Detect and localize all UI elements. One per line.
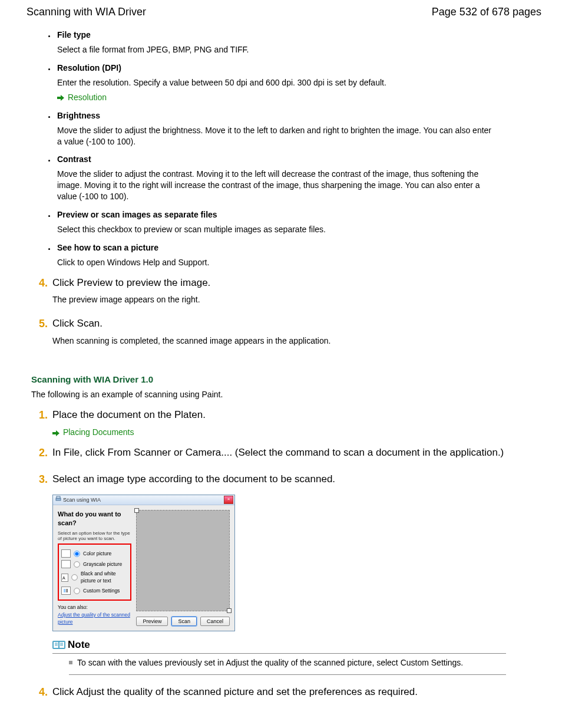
text-icon: A <box>61 574 68 582</box>
list-item: Preview or scan images as separate files… <box>56 209 541 235</box>
option-bw[interactable]: A Black and white picture or text <box>61 571 128 584</box>
option-label: Black and white picture or text <box>81 571 128 584</box>
scan-dialog: Scan using WIA × What do you want to sca… <box>52 495 235 631</box>
option-label: Grayscale picture <box>83 561 122 568</box>
book-icon <box>52 640 65 650</box>
list-item: Contrast Move the slider to adjust the c… <box>56 154 541 202</box>
item-title: Resolution (DPI) <box>57 62 541 74</box>
step-head: Click Adjust the quality of the scanned … <box>52 686 506 699</box>
option-color[interactable]: Color picture <box>61 549 128 558</box>
step-number: 3. <box>32 473 48 674</box>
dialog-prompt: What do you want to scan? <box>58 510 131 528</box>
you-can-also: You can also: <box>58 604 131 611</box>
picture-icon <box>61 549 71 558</box>
preview-area[interactable] <box>136 510 230 611</box>
list-item: See how to scan a picture Click to open … <box>56 242 541 268</box>
step-number: 1. <box>32 409 48 438</box>
resolution-link[interactable]: Resolution <box>68 93 107 102</box>
svg-text:A: A <box>62 576 65 580</box>
note-item: To scan with the values previously set i… <box>69 657 506 668</box>
item-title: File type <box>57 29 541 41</box>
radio-bw[interactable] <box>71 575 77 581</box>
radio-custom[interactable] <box>74 588 80 594</box>
step-head: Select an image type according to the do… <box>52 473 506 486</box>
item-body: Move the slider to adjust the contrast. … <box>57 169 493 202</box>
step-number: 4. <box>32 686 48 704</box>
step-head: In File, click From Scanner or Camera...… <box>52 446 506 460</box>
item-title: Preview or scan images as separate files <box>57 209 541 220</box>
step-sub: The preview image appears on the right. <box>52 294 506 305</box>
highlight-box: Color picture Grayscale picture A Black … <box>58 543 131 601</box>
arrow-right-icon <box>52 430 59 436</box>
step-b3: 3. Select an image type according to the… <box>32 473 541 674</box>
cancel-button[interactable]: Cancel <box>200 617 230 626</box>
svg-rect-6 <box>66 589 67 592</box>
radio-grayscale[interactable] <box>74 561 80 567</box>
item-body: Move the slider to adjust the brightness… <box>57 125 493 147</box>
option-label: Color picture <box>83 551 111 557</box>
svg-marker-1 <box>52 430 59 436</box>
list-item: File type Select a file format from JPEG… <box>56 29 541 55</box>
doc-title: Scanning with WIA Driver <box>27 5 146 19</box>
item-body: Select a file format from JPEG, BMP, PNG… <box>57 44 493 55</box>
section-title: Scanning with WIA Driver 1.0 <box>31 374 541 386</box>
note-list: To scan with the values previously set i… <box>69 657 506 675</box>
picture-icon <box>61 560 71 568</box>
step-head: Place the document on the Platen. <box>52 409 506 422</box>
dialog-subprompt: Select an option below for the type of p… <box>58 531 131 542</box>
item-body: Select this checkbox to preview or scan … <box>57 224 493 235</box>
option-list: File type Select a file format from JPEG… <box>56 29 541 268</box>
close-icon[interactable]: × <box>224 496 233 504</box>
step-number: 5. <box>32 317 48 350</box>
note-label: Note <box>68 638 90 652</box>
arrow-right-icon <box>57 95 64 101</box>
settings-icon <box>61 587 71 595</box>
step-number: 4. <box>32 276 48 309</box>
step-sub: When scanning is completed, the scanned … <box>52 335 506 347</box>
placing-documents-link[interactable]: Placing Documents <box>63 427 134 437</box>
step-5: 5. Click Scan. When scanning is complete… <box>32 317 541 350</box>
step-number: 2. <box>32 446 48 465</box>
list-item: Resolution (DPI) Enter the resolution. S… <box>56 62 541 103</box>
option-custom[interactable]: Custom Settings <box>61 587 128 595</box>
svg-rect-7 <box>67 589 68 592</box>
svg-rect-5 <box>64 589 65 592</box>
svg-rect-2 <box>56 498 61 500</box>
item-body: Enter the resolution. Specify a value be… <box>57 77 493 88</box>
radio-color[interactable] <box>74 551 80 556</box>
option-label: Custom Settings <box>83 588 120 594</box>
item-body: Click to open Windows Help and Support. <box>57 257 493 268</box>
note-header: Note <box>52 637 506 654</box>
page-header: Scanning with WIA Driver Page 532 of 678… <box>27 0 541 29</box>
option-grayscale[interactable]: Grayscale picture <box>61 560 128 568</box>
step-head: Click Scan. <box>52 317 506 331</box>
step-4: 4. Click Preview to preview the image. T… <box>32 276 541 309</box>
svg-rect-3 <box>57 496 60 498</box>
step-head: Click Preview to preview the image. <box>52 276 506 290</box>
scan-button[interactable]: Scan <box>171 617 197 626</box>
step-b2: 2. In File, click From Scanner or Camera… <box>32 446 541 465</box>
preview-button[interactable]: Preview <box>136 617 168 626</box>
item-title: Contrast <box>57 154 541 165</box>
section-intro: The following is an example of scanning … <box>31 389 541 400</box>
scanner-icon <box>55 496 61 503</box>
adjust-quality-link[interactable]: Adjust the quality of the scanned pictur… <box>58 612 130 625</box>
svg-marker-0 <box>57 95 64 101</box>
dialog-title: Scan using WIA <box>63 496 101 503</box>
step-b1: 1. Place the document on the Platen. Pla… <box>32 409 541 438</box>
step-b4: 4. Click Adjust the quality of the scann… <box>32 686 541 704</box>
item-title: Brightness <box>57 110 541 121</box>
dialog-titlebar: Scan using WIA × <box>53 495 234 505</box>
list-item: Brightness Move the slider to adjust the… <box>56 110 541 147</box>
item-title: See how to scan a picture <box>57 242 541 253</box>
page-indicator: Page 532 of 678 pages <box>432 5 541 19</box>
